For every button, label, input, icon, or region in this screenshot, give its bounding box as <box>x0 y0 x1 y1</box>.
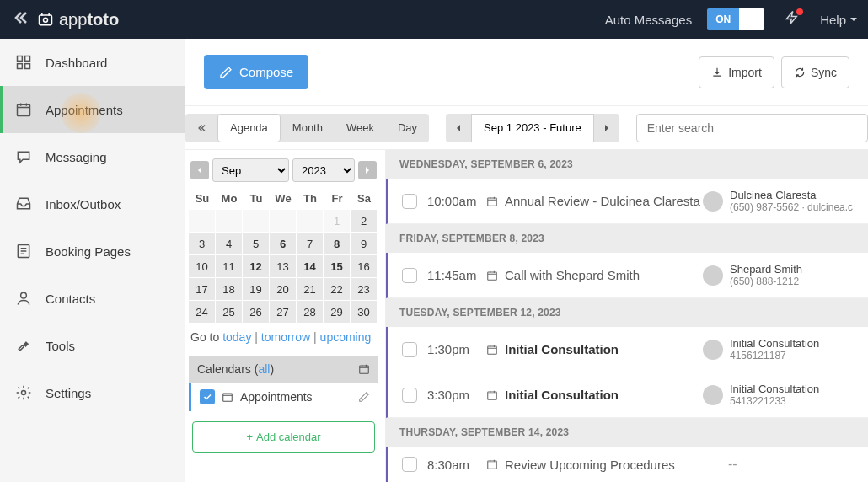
view-mode-group: Agenda Month Week Day <box>185 114 429 142</box>
agenda-day-header: TUESDAY, SEPTEMBER 12, 2023 <box>386 298 868 327</box>
goto-tomorrow[interactable]: tomorrow <box>261 330 310 344</box>
cal-day-cell[interactable] <box>297 210 324 233</box>
month-select[interactable]: Sep <box>212 158 289 182</box>
calendars-all-link[interactable]: all <box>258 362 270 376</box>
cal-day-cell[interactable]: 28 <box>297 301 324 324</box>
calendar-icon <box>358 363 370 375</box>
cal-day-cell[interactable]: 24 <box>189 301 216 324</box>
cal-day-cell[interactable]: 15 <box>324 255 351 278</box>
cal-day-cell[interactable]: 17 <box>189 278 216 301</box>
sidebar-item-label: Appointments <box>46 103 123 117</box>
appointment-time: 8:30am <box>427 458 486 472</box>
cal-day-cell[interactable]: 11 <box>216 255 243 278</box>
cal-day-cell[interactable]: 21 <box>297 278 324 301</box>
appointment-row[interactable]: 1:30pmInitial ConsultationInitial Consul… <box>386 327 868 372</box>
cal-day-cell[interactable]: 19 <box>243 278 270 301</box>
calendar-list-item[interactable]: Appointments <box>189 383 378 411</box>
cal-day-cell[interactable]: 9 <box>351 233 378 255</box>
sidebar-item-contacts[interactable]: Contacts <box>0 275 185 322</box>
appointment-row[interactable]: 8:30amReview Upcoming Procedures-- <box>386 447 868 482</box>
cal-day-cell[interactable] <box>216 210 243 233</box>
cal-day-cell[interactable]: 22 <box>324 278 351 301</box>
appointment-title: Review Upcoming Procedures <box>486 458 703 472</box>
view-month[interactable]: Month <box>281 114 335 142</box>
sidebar-item-appointments[interactable]: Appointments <box>0 86 185 133</box>
cal-day-cell[interactable]: 26 <box>243 301 270 324</box>
sync-button[interactable]: Sync <box>781 56 849 88</box>
prev-month-icon[interactable] <box>190 161 209 179</box>
auto-messages-toggle[interactable]: ON <box>707 8 764 30</box>
view-day[interactable]: Day <box>386 114 429 142</box>
cal-day-cell[interactable]: 16 <box>351 255 378 278</box>
cal-day-cell[interactable]: 14 <box>297 255 324 278</box>
cal-day-cell[interactable]: 7 <box>297 233 324 255</box>
cal-day-cell[interactable]: 10 <box>189 255 216 278</box>
cal-day-cell[interactable]: 1 <box>324 210 351 233</box>
cal-day-cell[interactable]: 5 <box>243 233 270 255</box>
cal-day-cell[interactable]: 30 <box>351 301 378 324</box>
view-week[interactable]: Week <box>335 114 386 142</box>
date-range-label[interactable]: Sep 1 2023 - Future <box>471 114 594 142</box>
cal-day-header: Tu <box>243 187 270 210</box>
appointment-checkbox[interactable] <box>402 457 417 472</box>
cal-day-cell[interactable]: 4 <box>216 233 243 255</box>
agenda-day-header: FRIDAY, SEPTEMBER 8, 2023 <box>386 224 868 253</box>
activity-icon[interactable] <box>780 10 805 29</box>
view-agenda[interactable]: Agenda <box>217 114 281 142</box>
next-month-icon[interactable] <box>358 161 377 179</box>
calendar-checkbox[interactable] <box>200 389 215 404</box>
logo[interactable]: apptoto <box>37 10 119 29</box>
appointment-checkbox[interactable] <box>402 342 417 357</box>
sidebar-item-settings[interactable]: Settings <box>0 369 185 416</box>
cal-day-cell[interactable] <box>243 210 270 233</box>
cal-day-cell[interactable]: 23 <box>351 278 378 301</box>
cal-day-cell[interactable]: 8 <box>324 233 351 255</box>
appointment-row[interactable]: 3:30pmInitial ConsultationInitial Consul… <box>386 372 868 418</box>
collapse-panel-icon[interactable] <box>185 114 217 142</box>
cal-day-cell[interactable]: 25 <box>216 301 243 324</box>
cal-day-cell[interactable]: 20 <box>270 278 297 301</box>
svg-rect-16 <box>488 461 497 469</box>
cal-day-cell[interactable]: 27 <box>270 301 297 324</box>
sidebar-item-messaging[interactable]: Messaging <box>0 133 185 180</box>
svg-rect-6 <box>18 104 30 115</box>
goto-today[interactable]: today <box>222 330 251 344</box>
prev-range-icon[interactable] <box>446 114 471 142</box>
sidebar-item-booking[interactable]: Booking Pages <box>0 228 185 275</box>
appointment-checkbox[interactable] <box>402 194 417 209</box>
appointment-time: 11:45am <box>427 268 486 282</box>
edit-icon[interactable] <box>358 391 370 403</box>
year-select[interactable]: 2023 <box>292 158 355 182</box>
appointment-checkbox[interactable] <box>402 268 417 283</box>
svg-rect-13 <box>488 271 497 279</box>
import-button[interactable]: Import <box>699 56 774 88</box>
cal-day-cell[interactable] <box>189 210 216 233</box>
cal-day-cell[interactable]: 18 <box>216 278 243 301</box>
add-calendar-button[interactable]: +Add calendar <box>192 421 375 453</box>
sidebar-item-inbox[interactable]: Inbox/Outbox <box>0 180 185 228</box>
search-input[interactable] <box>636 114 868 142</box>
cal-day-cell[interactable]: 12 <box>243 255 270 278</box>
calendars-header: Calendars ( all ) <box>189 356 378 383</box>
help-menu[interactable]: Help <box>820 13 858 27</box>
cal-day-cell[interactable]: 3 <box>189 233 216 255</box>
appointment-checkbox[interactable] <box>402 388 417 403</box>
svg-rect-15 <box>488 391 497 399</box>
calendar-panel: Sep 2023 SuMoTuWeThFrSa12345678910111213… <box>185 150 386 482</box>
cal-day-cell[interactable]: 6 <box>270 233 297 255</box>
agenda-day-header: WEDNESDAY, SEPTEMBER 6, 2023 <box>386 150 868 179</box>
appointment-row[interactable]: 11:45amCall with Shepard SmithShepard Sm… <box>386 253 868 298</box>
goto-upcoming[interactable]: upcoming <box>320 330 372 344</box>
collapse-sidebar-icon[interactable] <box>10 8 30 31</box>
cal-day-cell[interactable]: 29 <box>324 301 351 324</box>
compose-button[interactable]: Compose <box>204 55 308 89</box>
cal-day-header: Fr <box>324 187 351 210</box>
next-range-icon[interactable] <box>594 114 619 142</box>
appointment-row[interactable]: 10:00amAnnual Review - Dulcinea Claresta… <box>386 179 868 224</box>
cal-day-cell[interactable]: 13 <box>270 255 297 278</box>
cal-day-cell[interactable] <box>270 210 297 233</box>
sidebar-item-dashboard[interactable]: Dashboard <box>0 39 185 86</box>
cal-day-cell[interactable]: 2 <box>351 210 378 233</box>
sidebar: Dashboard Appointments Messaging Inbox/O… <box>0 39 185 482</box>
sidebar-item-tools[interactable]: Tools <box>0 322 185 369</box>
